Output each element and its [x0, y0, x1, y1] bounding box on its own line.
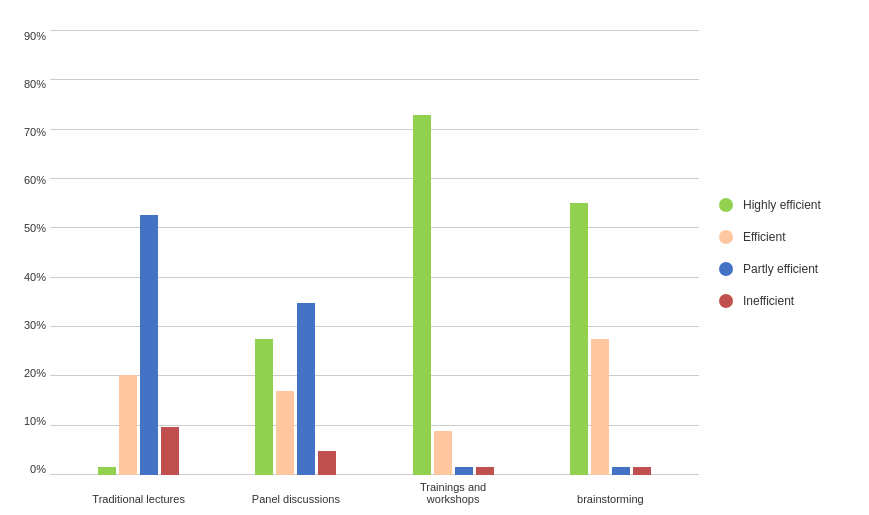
x-axis-label: Trainings and workshops — [403, 481, 503, 505]
bar-green — [413, 115, 431, 475]
legend-dot — [719, 262, 733, 276]
y-axis-labels: 0%10%20%30%40%50%60%70%80%90% — [10, 30, 50, 475]
legend-label: Efficient — [743, 230, 785, 244]
y-axis-label: 60% — [24, 174, 46, 186]
y-axis-label: 80% — [24, 78, 46, 90]
bar-peach — [119, 375, 137, 475]
bar-peach — [434, 431, 452, 475]
legend-item: Partly efficient — [719, 262, 859, 276]
legend-label: Inefficient — [743, 294, 794, 308]
legend-item: Efficient — [719, 230, 859, 244]
chart-container: 0%10%20%30%40%50%60%70%80%90% Traditiona… — [0, 0, 869, 515]
chart-body: 0%10%20%30%40%50%60%70%80%90% Traditiona… — [10, 30, 859, 505]
bar-group — [98, 215, 179, 475]
y-axis-label: 10% — [24, 415, 46, 427]
x-axis-label: Panel discussions — [246, 493, 346, 505]
bar-peach — [591, 339, 609, 475]
plot-area: Traditional lecturesPanel discussionsTra… — [50, 30, 699, 505]
legend: Highly efficientEfficientPartly efficien… — [699, 30, 859, 505]
x-labels: Traditional lecturesPanel discussionsTra… — [50, 475, 699, 505]
bar-peach — [276, 391, 294, 475]
bar-blue — [612, 467, 630, 475]
bar-blue — [455, 467, 473, 475]
bar-red — [633, 467, 651, 475]
legend-item: Inefficient — [719, 294, 859, 308]
bar-group — [570, 203, 651, 475]
y-axis-label: 30% — [24, 319, 46, 331]
y-axis-label: 90% — [24, 30, 46, 42]
legend-dot — [719, 294, 733, 308]
legend-dot — [719, 230, 733, 244]
bar-group — [255, 303, 336, 475]
bars-wrapper — [50, 30, 699, 475]
bar-red — [318, 451, 336, 475]
y-axis-label: 50% — [24, 222, 46, 234]
legend-item: Highly efficient — [719, 198, 859, 212]
bar-group — [413, 115, 494, 475]
bar-green — [98, 467, 116, 475]
bar-green — [255, 339, 273, 475]
x-axis-label: brainstorming — [560, 493, 660, 505]
y-axis-label: 70% — [24, 126, 46, 138]
legend-label: Highly efficient — [743, 198, 821, 212]
legend-label: Partly efficient — [743, 262, 818, 276]
y-axis-label: 20% — [24, 367, 46, 379]
x-axis-label: Traditional lectures — [89, 493, 189, 505]
bar-blue — [297, 303, 315, 475]
bar-red — [161, 427, 179, 475]
bar-green — [570, 203, 588, 475]
chart-area: 0%10%20%30%40%50%60%70%80%90% Traditiona… — [10, 30, 699, 505]
y-axis-label: 40% — [24, 271, 46, 283]
y-axis-label: 0% — [30, 463, 46, 475]
bar-red — [476, 467, 494, 475]
bar-blue — [140, 215, 158, 475]
legend-dot — [719, 198, 733, 212]
